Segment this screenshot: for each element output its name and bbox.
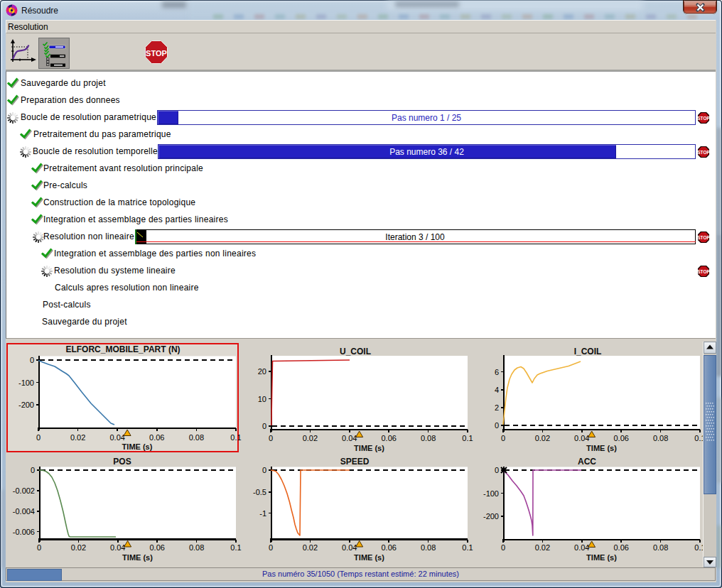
svg-text:0.08: 0.08: [189, 433, 204, 442]
svg-text:0: 0: [495, 466, 499, 474]
svg-text:-0.004: -0.004: [13, 507, 35, 516]
svg-text:-0.006: -0.006: [13, 528, 35, 536]
svg-text:0.02: 0.02: [303, 543, 318, 552]
svg-text:0.06: 0.06: [613, 543, 628, 552]
svg-text:STOP: STOP: [698, 269, 709, 274]
svg-text:Iteration 3 / 100: Iteration 3 / 100: [385, 232, 445, 242]
svg-text:0.02: 0.02: [70, 433, 85, 442]
svg-text:0.08: 0.08: [421, 543, 436, 552]
svg-text:0: 0: [269, 543, 273, 552]
svg-text:0.02: 0.02: [535, 543, 550, 552]
svg-text:-0.5: -0.5: [253, 488, 266, 496]
svg-text:STOP: STOP: [698, 150, 709, 155]
svg-text:-100: -100: [483, 489, 499, 498]
svg-text:0: 0: [501, 434, 505, 442]
svg-text:0.08: 0.08: [189, 543, 204, 552]
svg-text:TIME (s): TIME (s): [354, 553, 384, 562]
svg-text:0.04: 0.04: [574, 543, 589, 552]
svg-text:20: 20: [258, 367, 266, 376]
svg-text:0.1: 0.1: [462, 434, 473, 442]
svg-text:0: 0: [501, 543, 505, 552]
svg-text:0.08: 0.08: [653, 543, 668, 552]
svg-text:0.06: 0.06: [149, 543, 164, 552]
svg-text:0: 0: [30, 356, 34, 364]
svg-text:TIME (s): TIME (s): [586, 553, 617, 562]
svg-text:0.06: 0.06: [613, 434, 628, 442]
svg-text:POS: POS: [113, 457, 131, 467]
svg-text:STOP: STOP: [146, 49, 167, 58]
svg-text:2: 2: [495, 403, 499, 412]
svg-text:0.02: 0.02: [303, 434, 318, 442]
svg-text:6: 6: [495, 368, 499, 376]
svg-text:0.1: 0.1: [230, 433, 241, 442]
svg-text:TIME (s): TIME (s): [122, 442, 153, 451]
svg-text:0: 0: [269, 434, 273, 442]
svg-text:TIME (s): TIME (s): [586, 444, 617, 452]
svg-text:0.04: 0.04: [109, 433, 124, 442]
svg-text:0.08: 0.08: [421, 434, 436, 442]
svg-text:-0.002: -0.002: [13, 486, 35, 495]
svg-text:0: 0: [262, 422, 266, 430]
svg-text:0: 0: [262, 466, 266, 474]
svg-text:0.1: 0.1: [230, 543, 241, 552]
svg-text:0.02: 0.02: [71, 543, 86, 552]
svg-text:0.04: 0.04: [342, 543, 357, 552]
svg-text:TIME (s): TIME (s): [122, 553, 153, 562]
svg-text:ACC: ACC: [578, 457, 596, 467]
svg-text:0.1: 0.1: [462, 543, 473, 552]
svg-text:-200: -200: [18, 401, 34, 409]
svg-text:0.08: 0.08: [653, 434, 668, 442]
svg-text:0: 0: [31, 466, 35, 474]
svg-text:-1: -1: [259, 509, 266, 518]
svg-text:U_COIL: U_COIL: [340, 347, 371, 356]
svg-text:I_COIL: I_COIL: [574, 347, 602, 356]
svg-text:0.06: 0.06: [381, 543, 396, 552]
svg-text:4: 4: [495, 386, 499, 394]
svg-text:0.02: 0.02: [535, 434, 550, 442]
svg-text:ELFORC_MOBILE_PART (N): ELFORC_MOBILE_PART (N): [65, 344, 180, 354]
svg-text:0.06: 0.06: [149, 433, 164, 442]
svg-text:0.04: 0.04: [110, 543, 125, 552]
svg-text:0.04: 0.04: [342, 434, 357, 442]
svg-text:0.04: 0.04: [574, 434, 589, 442]
svg-text:0: 0: [495, 421, 499, 430]
svg-text:0: 0: [37, 543, 41, 552]
svg-text:0: 0: [36, 433, 41, 442]
svg-text:0.06: 0.06: [381, 434, 396, 442]
svg-text:SPEED: SPEED: [340, 457, 370, 467]
svg-text:STOP: STOP: [698, 116, 709, 121]
svg-text:TIME (s): TIME (s): [354, 444, 384, 452]
svg-text:-200: -200: [483, 512, 499, 521]
svg-text:10: 10: [258, 395, 266, 403]
svg-text:-100: -100: [18, 379, 34, 387]
